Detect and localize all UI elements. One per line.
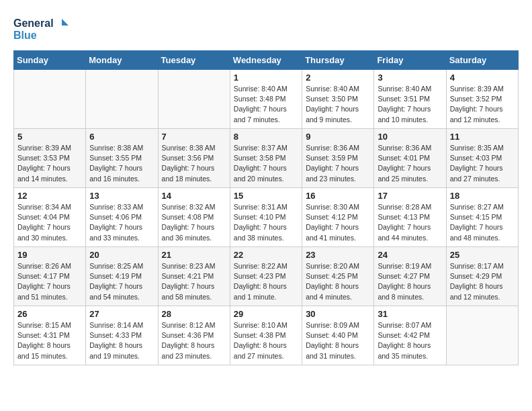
day-info: Sunrise: 8:40 AM Sunset: 3:51 PM Dayligh…	[378, 84, 442, 125]
day-info: Sunrise: 8:09 AM Sunset: 4:40 PM Dayligh…	[306, 320, 370, 361]
day-number: 11	[450, 132, 515, 142]
calendar-cell: 3Sunrise: 8:40 AM Sunset: 3:51 PM Daylig…	[374, 70, 446, 129]
calendar-cell: 1Sunrise: 8:40 AM Sunset: 3:48 PM Daylig…	[230, 70, 302, 129]
day-number: 1	[234, 73, 298, 83]
day-info: Sunrise: 8:30 AM Sunset: 4:12 PM Dayligh…	[306, 202, 370, 243]
calendar-week-row: 1Sunrise: 8:40 AM Sunset: 3:48 PM Daylig…	[14, 70, 519, 129]
calendar-cell: 21Sunrise: 8:23 AM Sunset: 4:21 PM Dayli…	[158, 247, 230, 306]
weekday-header-wednesday: Wednesday	[230, 51, 302, 70]
calendar-cell	[446, 306, 518, 365]
svg-marker-1	[62, 19, 69, 26]
calendar-cell: 14Sunrise: 8:32 AM Sunset: 4:08 PM Dayli…	[158, 188, 230, 247]
calendar-cell: 25Sunrise: 8:17 AM Sunset: 4:29 PM Dayli…	[446, 247, 518, 306]
calendar-cell: 16Sunrise: 8:30 AM Sunset: 4:12 PM Dayli…	[302, 188, 374, 247]
logo-svg: GeneralBlue	[13, 13, 74, 44]
calendar-cell: 6Sunrise: 8:38 AM Sunset: 3:55 PM Daylig…	[86, 129, 158, 188]
day-number: 30	[306, 309, 370, 319]
day-number: 20	[89, 250, 154, 260]
calendar-table: SundayMondayTuesdayWednesdayThursdayFrid…	[13, 50, 519, 365]
calendar-cell: 4Sunrise: 8:39 AM Sunset: 3:52 PM Daylig…	[446, 70, 518, 129]
calendar-cell: 10Sunrise: 8:36 AM Sunset: 4:01 PM Dayli…	[374, 129, 446, 188]
day-number: 24	[378, 250, 442, 260]
calendar-cell: 7Sunrise: 8:38 AM Sunset: 3:56 PM Daylig…	[158, 129, 230, 188]
calendar-week-row: 19Sunrise: 8:26 AM Sunset: 4:17 PM Dayli…	[14, 247, 519, 306]
day-info: Sunrise: 8:36 AM Sunset: 3:59 PM Dayligh…	[306, 143, 370, 184]
day-info: Sunrise: 8:20 AM Sunset: 4:25 PM Dayligh…	[306, 261, 370, 302]
day-number: 8	[234, 132, 298, 142]
day-number: 27	[89, 309, 154, 319]
day-number: 26	[17, 309, 82, 319]
calendar-cell	[14, 70, 86, 129]
day-info: Sunrise: 8:40 AM Sunset: 3:48 PM Dayligh…	[234, 84, 298, 125]
day-info: Sunrise: 8:23 AM Sunset: 4:21 PM Dayligh…	[162, 261, 226, 302]
day-info: Sunrise: 8:33 AM Sunset: 4:06 PM Dayligh…	[89, 202, 154, 243]
calendar-week-row: 5Sunrise: 8:39 AM Sunset: 3:53 PM Daylig…	[14, 129, 519, 188]
calendar-cell: 17Sunrise: 8:28 AM Sunset: 4:13 PM Dayli…	[374, 188, 446, 247]
calendar-week-row: 12Sunrise: 8:34 AM Sunset: 4:04 PM Dayli…	[14, 188, 519, 247]
svg-text:General: General	[13, 17, 54, 29]
day-info: Sunrise: 8:40 AM Sunset: 3:50 PM Dayligh…	[306, 84, 370, 125]
day-info: Sunrise: 8:10 AM Sunset: 4:38 PM Dayligh…	[234, 320, 298, 361]
day-number: 28	[162, 309, 226, 319]
day-number: 9	[306, 132, 370, 142]
calendar-cell: 23Sunrise: 8:20 AM Sunset: 4:25 PM Dayli…	[302, 247, 374, 306]
day-number: 23	[306, 250, 370, 260]
weekday-header-tuesday: Tuesday	[158, 51, 230, 70]
day-info: Sunrise: 8:27 AM Sunset: 4:15 PM Dayligh…	[450, 202, 515, 243]
day-number: 12	[17, 191, 82, 201]
calendar-cell: 29Sunrise: 8:10 AM Sunset: 4:38 PM Dayli…	[230, 306, 302, 365]
day-number: 25	[450, 250, 515, 260]
day-number: 31	[378, 309, 442, 319]
calendar-cell: 9Sunrise: 8:36 AM Sunset: 3:59 PM Daylig…	[302, 129, 374, 188]
calendar-cell: 20Sunrise: 8:25 AM Sunset: 4:19 PM Dayli…	[86, 247, 158, 306]
calendar-cell	[158, 70, 230, 129]
weekday-header-friday: Friday	[374, 51, 446, 70]
day-number: 21	[162, 250, 226, 260]
day-info: Sunrise: 8:07 AM Sunset: 4:42 PM Dayligh…	[378, 320, 442, 361]
day-info: Sunrise: 8:32 AM Sunset: 4:08 PM Dayligh…	[162, 202, 226, 243]
logo: GeneralBlue	[13, 13, 74, 44]
day-number: 4	[450, 73, 515, 83]
day-number: 15	[234, 191, 298, 201]
day-info: Sunrise: 8:36 AM Sunset: 4:01 PM Dayligh…	[378, 143, 442, 184]
weekday-header-row: SundayMondayTuesdayWednesdayThursdayFrid…	[14, 51, 519, 70]
page-header: GeneralBlue	[13, 13, 519, 44]
calendar-cell: 18Sunrise: 8:27 AM Sunset: 4:15 PM Dayli…	[446, 188, 518, 247]
day-info: Sunrise: 8:38 AM Sunset: 3:56 PM Dayligh…	[162, 143, 226, 184]
calendar-cell: 22Sunrise: 8:22 AM Sunset: 4:23 PM Dayli…	[230, 247, 302, 306]
calendar-cell: 31Sunrise: 8:07 AM Sunset: 4:42 PM Dayli…	[374, 306, 446, 365]
day-number: 13	[89, 191, 154, 201]
day-number: 6	[89, 132, 154, 142]
calendar-cell: 30Sunrise: 8:09 AM Sunset: 4:40 PM Dayli…	[302, 306, 374, 365]
day-info: Sunrise: 8:22 AM Sunset: 4:23 PM Dayligh…	[234, 261, 298, 302]
calendar-cell: 15Sunrise: 8:31 AM Sunset: 4:10 PM Dayli…	[230, 188, 302, 247]
day-number: 5	[17, 132, 82, 142]
calendar-cell: 11Sunrise: 8:35 AM Sunset: 4:03 PM Dayli…	[446, 129, 518, 188]
day-number: 2	[306, 73, 370, 83]
day-number: 16	[306, 191, 370, 201]
day-info: Sunrise: 8:35 AM Sunset: 4:03 PM Dayligh…	[450, 143, 515, 184]
day-info: Sunrise: 8:39 AM Sunset: 3:52 PM Dayligh…	[450, 84, 515, 125]
day-info: Sunrise: 8:15 AM Sunset: 4:31 PM Dayligh…	[17, 320, 82, 361]
day-info: Sunrise: 8:17 AM Sunset: 4:29 PM Dayligh…	[450, 261, 515, 302]
svg-text:Blue: Blue	[13, 30, 37, 41]
calendar-cell: 19Sunrise: 8:26 AM Sunset: 4:17 PM Dayli…	[14, 247, 86, 306]
day-number: 22	[234, 250, 298, 260]
weekday-header-sunday: Sunday	[14, 51, 86, 70]
weekday-header-saturday: Saturday	[446, 51, 518, 70]
day-number: 17	[378, 191, 442, 201]
day-info: Sunrise: 8:19 AM Sunset: 4:27 PM Dayligh…	[378, 261, 442, 302]
day-info: Sunrise: 8:38 AM Sunset: 3:55 PM Dayligh…	[89, 143, 154, 184]
calendar-cell: 28Sunrise: 8:12 AM Sunset: 4:36 PM Dayli…	[158, 306, 230, 365]
calendar-cell: 2Sunrise: 8:40 AM Sunset: 3:50 PM Daylig…	[302, 70, 374, 129]
calendar-cell: 13Sunrise: 8:33 AM Sunset: 4:06 PM Dayli…	[86, 188, 158, 247]
day-info: Sunrise: 8:25 AM Sunset: 4:19 PM Dayligh…	[89, 261, 154, 302]
day-number: 18	[450, 191, 515, 201]
calendar-cell: 12Sunrise: 8:34 AM Sunset: 4:04 PM Dayli…	[14, 188, 86, 247]
weekday-header-thursday: Thursday	[302, 51, 374, 70]
calendar-cell: 26Sunrise: 8:15 AM Sunset: 4:31 PM Dayli…	[14, 306, 86, 365]
day-info: Sunrise: 8:28 AM Sunset: 4:13 PM Dayligh…	[378, 202, 442, 243]
weekday-header-monday: Monday	[86, 51, 158, 70]
calendar-cell: 8Sunrise: 8:37 AM Sunset: 3:58 PM Daylig…	[230, 129, 302, 188]
day-number: 29	[234, 309, 298, 319]
